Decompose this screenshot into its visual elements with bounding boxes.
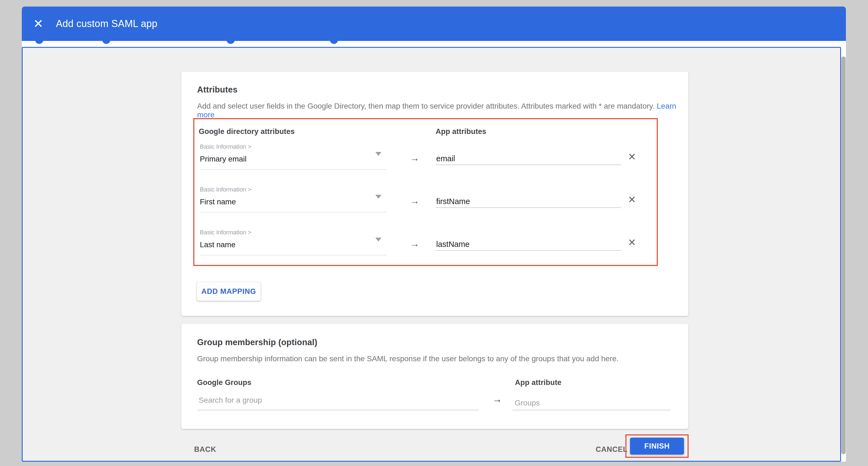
arrow-right-icon: → (492, 394, 502, 404)
app-attribute-header: App attribute (515, 378, 562, 387)
groups-attribute-input[interactable]: Groups (515, 399, 540, 407)
app-attribute-input[interactable]: lastName (436, 240, 470, 249)
select-underline (200, 255, 387, 255)
attributes-title: Attributes (197, 85, 238, 95)
chevron-down-icon[interactable] (375, 238, 381, 241)
select-underline (200, 169, 387, 170)
attributes-card: Attributes Add and select user fields in… (181, 72, 688, 316)
remove-mapping-icon[interactable]: ✕ (628, 238, 636, 247)
stepper-strip (22, 41, 846, 47)
dialog-header: ✕ Add custom SAML app (22, 6, 846, 41)
select-underline (200, 212, 387, 212)
input-underline (436, 207, 621, 208)
remove-mapping-icon[interactable]: ✕ (628, 152, 636, 162)
dialog-title: Add custom SAML app (56, 18, 158, 29)
arrow-right-icon: → (410, 196, 420, 206)
stepper-dot (102, 41, 111, 44)
attributes-description-text: Add and select user fields in the Google… (197, 102, 657, 110)
app-attributes-header: App attributes (436, 127, 486, 136)
app-attribute-input[interactable]: firstName (436, 197, 470, 206)
input-underline (436, 250, 621, 251)
close-icon[interactable]: ✕ (33, 18, 43, 30)
group-membership-card: Group membership (optional) Group member… (181, 324, 688, 429)
finish-highlight-box: FINISH (625, 434, 689, 458)
stepper-dot (226, 41, 235, 44)
directory-category-label: Basic Information > (200, 186, 251, 193)
chevron-down-icon[interactable] (375, 195, 381, 199)
group-membership-title: Group membership (optional) (197, 338, 317, 347)
directory-field-select[interactable]: Primary email (200, 155, 246, 164)
dialog-content: Attributes Add and select user fields in… (22, 47, 841, 462)
remove-mapping-icon[interactable]: ✕ (628, 195, 636, 205)
arrow-right-icon: → (410, 239, 420, 249)
attributes-description: Add and select user fields in the Google… (197, 102, 688, 119)
input-underline (513, 410, 671, 410)
stepper-dot (35, 41, 43, 44)
mapping-row: Basic Information > Last name → lastName… (194, 229, 657, 270)
google-groups-header: Google Groups (197, 378, 251, 387)
app-attribute-input[interactable]: email (436, 154, 455, 163)
chevron-down-icon[interactable] (375, 152, 381, 156)
input-underline (436, 165, 621, 165)
mapping-row: Basic Information > First name → firstNa… (194, 186, 657, 227)
directory-field-select[interactable]: Last name (200, 240, 236, 249)
google-directory-attributes-header: Google directory attributes (199, 127, 295, 136)
back-button[interactable]: BACK (194, 445, 216, 454)
cancel-button[interactable]: CANCEL (596, 445, 627, 454)
directory-category-label: Basic Information > (200, 143, 251, 150)
arrow-right-icon: → (410, 153, 420, 163)
input-underline (198, 410, 479, 410)
vertical-scrollbar[interactable] (841, 56, 846, 454)
group-search-input[interactable]: Search for a group (199, 396, 262, 405)
mapping-row: Basic Information > Primary email → emai… (194, 143, 657, 184)
finish-button[interactable]: FINISH (630, 438, 684, 455)
stepper-dot (330, 41, 338, 44)
mapping-highlight-box: Google directory attributes App attribut… (193, 118, 658, 266)
add-custom-saml-app-dialog: ✕ Add custom SAML app Attributes Add and… (22, 6, 846, 462)
directory-field-select[interactable]: First name (200, 198, 236, 206)
directory-category-label: Basic Information > (200, 229, 251, 236)
add-mapping-button[interactable]: ADD MAPPING (196, 282, 261, 301)
group-membership-description: Group membership information can be sent… (197, 354, 619, 363)
